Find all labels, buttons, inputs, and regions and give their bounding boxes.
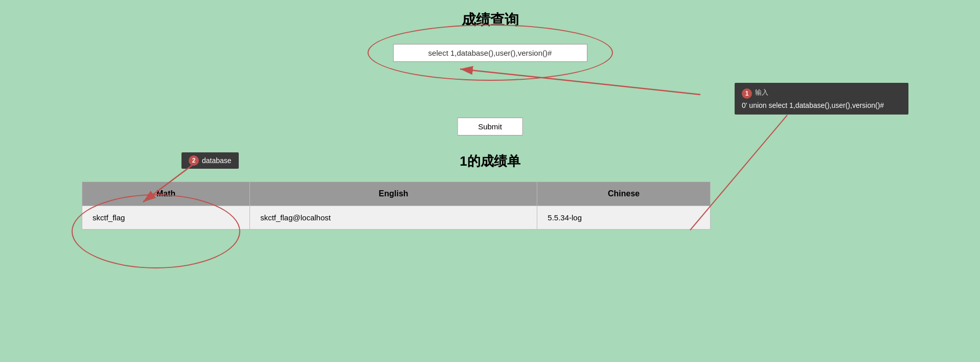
annotation-2-label: database xyxy=(202,156,232,165)
results-table: Math English Chinese skctf_flag skctf_fl… xyxy=(82,182,711,230)
col-header-chinese: Chinese xyxy=(537,182,711,206)
cell-english: skctf_flag@localhost xyxy=(250,206,537,230)
table-header-row: Math English Chinese xyxy=(82,182,711,206)
annotation-1-label: 输入 xyxy=(755,88,768,97)
sql-query-display: select 1,database(),user(),version()# xyxy=(393,44,587,62)
sql-oval-border: select 1,database(),user(),version()# xyxy=(368,25,613,81)
cell-math: skctf_flag xyxy=(82,206,250,230)
badge-1: 1 xyxy=(742,88,752,99)
annotation-1-value: 0' union select 1,database(),user(),vers… xyxy=(742,101,901,109)
table-row: skctf_flag skctf_flag@localhost 5.5.34-l… xyxy=(82,206,711,230)
col-header-english: English xyxy=(250,182,537,206)
submit-button[interactable]: Submit xyxy=(457,118,523,135)
annotation-2-tooltip: 2 database xyxy=(181,152,239,169)
badge-2: 2 xyxy=(189,155,199,166)
cell-chinese: 5.5.34-log xyxy=(537,206,711,230)
annotation-1-tooltip: 1 输入 0' union select 1,database(),user()… xyxy=(735,83,908,115)
result-title: 1的成绩单 xyxy=(0,152,980,170)
col-header-math: Math xyxy=(82,182,250,206)
